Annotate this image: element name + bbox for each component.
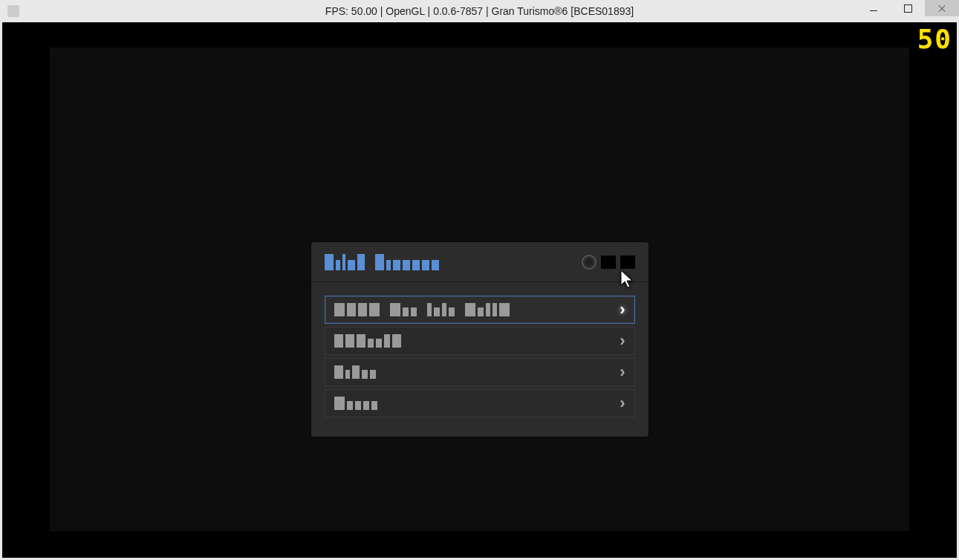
app-icon	[7, 5, 19, 17]
emulator-viewport: 50 ››››	[2, 22, 957, 558]
menu-item-label	[334, 334, 401, 348]
header-glyph-2	[620, 255, 635, 269]
menu-header	[311, 242, 648, 282]
menu-item-2[interactable]: ›	[325, 358, 635, 386]
menu-header-right	[582, 255, 635, 270]
menu-body: ››››	[311, 282, 648, 437]
chevron-right-icon: ›	[620, 300, 625, 319]
titlebar-left	[7, 5, 19, 17]
window-title: FPS: 50.00 | OpenGL | 0.0.6-7857 | Gran …	[325, 5, 634, 17]
chevron-right-icon: ›	[620, 362, 625, 382]
minimize-button[interactable]	[856, 0, 891, 16]
chevron-right-icon: ›	[620, 331, 625, 351]
game-surface: ››››	[50, 48, 909, 531]
chevron-right-icon: ›	[620, 394, 625, 413]
maximize-button[interactable]	[891, 0, 925, 16]
language-menu-panel: ››››	[311, 242, 648, 437]
window-controls	[856, 0, 959, 22]
menu-item-label	[334, 365, 376, 379]
menu-item-1[interactable]: ›	[325, 327, 635, 355]
fps-overlay: 50	[917, 24, 952, 54]
menu-item-3[interactable]: ›	[325, 389, 635, 417]
radio-icon	[582, 255, 596, 270]
menu-item-label	[334, 397, 377, 410]
close-button[interactable]	[925, 0, 959, 16]
menu-item-0[interactable]: ›	[325, 296, 635, 324]
menu-title	[325, 254, 439, 270]
titlebar: FPS: 50.00 | OpenGL | 0.0.6-7857 | Gran …	[0, 0, 959, 22]
header-glyph-1	[601, 255, 616, 269]
menu-item-label	[334, 303, 510, 316]
